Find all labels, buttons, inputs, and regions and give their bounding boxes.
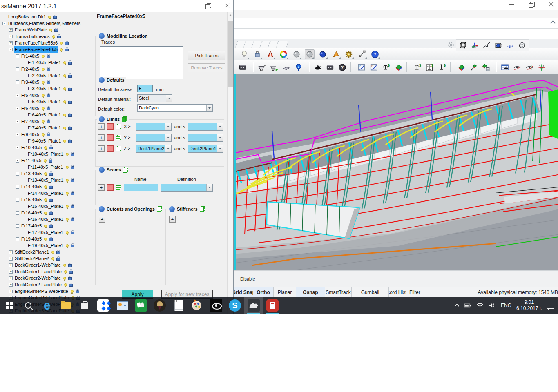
visibility-bulb-icon[interactable] — [42, 55, 45, 58]
tree-expander-icon[interactable]: - — [16, 185, 19, 189]
color-select[interactable]: DarkCyan — [137, 104, 213, 112]
lock-icon[interactable] — [56, 251, 60, 254]
lock-icon[interactable] — [47, 81, 50, 84]
visibility-bulb-icon[interactable] — [44, 172, 47, 175]
skype-icon[interactable] — [225, 297, 244, 314]
section-curve-alt-icon[interactable] — [525, 62, 534, 72]
lock-icon[interactable] — [71, 153, 74, 156]
orca3d-icon[interactable] — [313, 62, 323, 72]
tree-item[interactable]: - Fr14-40x5 — [1, 183, 87, 190]
material-select[interactable]: Steel — [137, 94, 172, 102]
command-area[interactable] — [234, 18, 558, 39]
tree-item[interactable]: - Fr13-40x5 — [1, 170, 87, 177]
lock-icon[interactable] — [56, 258, 60, 261]
tree-item[interactable]: Fr13-40x5_Plate1 — [1, 177, 87, 183]
tree-item[interactable]: Fr9-40x5_Plate1 — [1, 138, 87, 144]
info-icon[interactable] — [99, 116, 105, 122]
panel-close-button[interactable] — [223, 2, 231, 9]
lock-icon[interactable] — [49, 173, 53, 176]
visibility-bulb-icon[interactable] — [66, 205, 69, 208]
lock-icon[interactable] — [69, 271, 73, 274]
tree-item[interactable]: + DeckGirder1-WebPlate — [1, 262, 87, 268]
render-cone-icon[interactable] — [266, 49, 275, 59]
tree-expander-icon[interactable]: + — [9, 290, 13, 293]
visibility-bulb-icon[interactable] — [66, 192, 69, 195]
panel-minimize-button[interactable] — [185, 2, 192, 9]
clock[interactable]: 9:01 6.10.2017 г. — [516, 299, 542, 312]
traces-listbox[interactable] — [100, 46, 183, 79]
lock-icon[interactable] — [68, 114, 72, 117]
tree-expander-icon[interactable]: - — [16, 172, 19, 176]
tree-item[interactable]: - Fr3-40x5 — [1, 79, 87, 85]
dropdown-arrow-icon[interactable] — [165, 145, 171, 152]
edge-icon[interactable] — [38, 297, 56, 314]
tree-item[interactable]: - Fr10-40x5 — [1, 144, 87, 151]
tree-expander-icon[interactable]: - — [16, 211, 19, 215]
shaded-sphere-icon[interactable] — [292, 49, 301, 59]
thickness-input[interactable] — [137, 85, 153, 92]
hydrostatics-chart-icon[interactable] — [357, 62, 366, 72]
copy-icon[interactable] — [116, 185, 121, 190]
tree-item[interactable]: + EngineGirderPS-WebPlate — [1, 288, 87, 294]
tree-item[interactable]: - Fr7-40x5 — [1, 118, 87, 125]
tree-item[interactable]: + Transv.bulkheads — [1, 33, 87, 40]
visibility-bulb-icon[interactable] — [51, 257, 54, 260]
tree-item[interactable]: LongBulks. on Dk1 — [1, 13, 87, 20]
visibility-bulb-icon[interactable] — [63, 74, 66, 77]
lock-icon[interactable] — [49, 238, 53, 241]
box-points-icon[interactable] — [458, 40, 468, 50]
tree-item[interactable]: Fr17-40x5_Plate1 — [1, 229, 87, 236]
tree-expander-icon[interactable]: - — [16, 198, 19, 202]
visibility-bulb-icon[interactable] — [44, 238, 47, 241]
tree-expander-icon[interactable]: - — [16, 224, 19, 228]
lock-icon[interactable] — [71, 192, 74, 195]
tree-item[interactable]: Fr16-40x5_Plate1 — [1, 216, 87, 223]
tree-item[interactable]: + FrameFacePlate55x6 — [1, 40, 87, 46]
lock-icon[interactable] — [54, 29, 58, 32]
tree-expander-icon[interactable]: - — [16, 133, 19, 136]
copy-icon[interactable] — [123, 167, 128, 173]
tree-item[interactable]: - Fr16-40x5 — [1, 209, 87, 216]
panel-maximize-button[interactable] — [204, 2, 212, 9]
visibility-bulb-icon[interactable] — [42, 133, 45, 136]
remove-limit-button[interactable]: - — [107, 145, 114, 152]
copy-icon[interactable] — [116, 135, 121, 140]
viewport[interactable] — [234, 74, 558, 270]
seam-definition-select[interactable] — [161, 184, 213, 192]
stability-chart-icon[interactable] — [369, 62, 379, 72]
rhino-close-button[interactable] — [547, 1, 555, 8]
animation-icon[interactable] — [325, 62, 335, 72]
tree-expander-icon[interactable]: - — [16, 107, 19, 110]
presentation-app-icon[interactable] — [113, 297, 132, 314]
dropdown-arrow-icon[interactable] — [217, 123, 223, 130]
lock-icon[interactable] — [68, 75, 72, 78]
wheelbarrow-run-icon[interactable] — [269, 62, 279, 72]
tree-item[interactable]: - FrameFacePlate40x5 — [1, 46, 87, 53]
lock-icon[interactable] — [69, 284, 73, 287]
dropdown-arrow-icon[interactable] — [166, 95, 172, 102]
visibility-bulb-icon[interactable] — [48, 16, 51, 18]
remove-limit-button[interactable]: - — [107, 134, 114, 141]
panel-titlebar[interactable]: ssMarine 2017 1.2.1 — [0, 0, 233, 12]
visibility-bulb-icon[interactable] — [63, 114, 66, 116]
visibility-bulb-icon[interactable] — [71, 290, 74, 293]
tree-item[interactable]: Fr1-40x5_Plate1 — [1, 59, 87, 66]
visibility-bulb-icon[interactable] — [63, 140, 66, 143]
tree-item[interactable]: Fr5-40x5_Plate1 — [1, 98, 87, 105]
lock-icon[interactable] — [68, 62, 72, 65]
lock-icon[interactable] — [47, 107, 50, 110]
lock-icon[interactable] — [71, 245, 74, 247]
tree-item[interactable]: - Bulkfeads,Frames,Girders,Stiffeners — [1, 20, 87, 27]
section-v-icon[interactable] — [537, 62, 547, 72]
limit-max-select[interactable] — [188, 134, 223, 142]
visibility-bulb-icon[interactable] — [66, 244, 69, 247]
visibility-bulb-icon[interactable] — [64, 270, 67, 273]
tree-item[interactable]: - Fr17-40x5 — [1, 223, 87, 229]
info-icon[interactable] — [169, 206, 175, 212]
weight-point-icon[interactable] — [437, 62, 447, 72]
copy-icon[interactable] — [200, 206, 205, 212]
dropdown-arrow-icon[interactable] — [165, 123, 171, 130]
tree-item[interactable]: - Fr19-40x5 — [1, 236, 87, 242]
orca-help-icon[interactable] — [337, 62, 347, 72]
toolbar-tab[interactable] — [276, 41, 289, 48]
